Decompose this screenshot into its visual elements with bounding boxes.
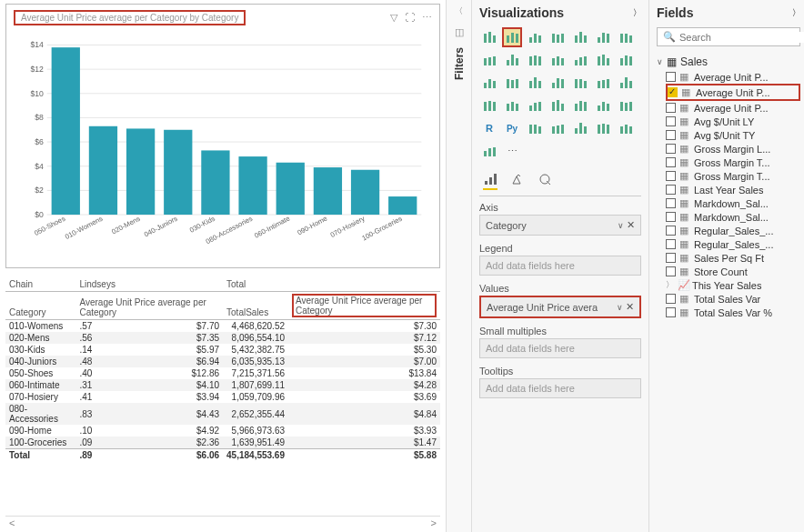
field-item[interactable]: ▦Average Unit P... [666, 70, 800, 84]
field-item[interactable]: 〉📈This Year Sales [666, 278, 800, 292]
viz-app-icon[interactable] [479, 141, 499, 161]
viz-treemap-icon[interactable] [570, 73, 590, 93]
table-row[interactable]: 080-Accessories.83$4.432,652,355.44$4.84 [5, 403, 440, 425]
viz-scatter-icon[interactable] [502, 73, 522, 93]
scroll-left-icon[interactable]: < [9, 517, 15, 528]
viz-stacked-area-icon[interactable] [525, 50, 545, 70]
col-b[interactable]: TotalSales [223, 292, 288, 320]
field-checkbox[interactable] [666, 144, 676, 154]
bar-020-Mens[interactable] [126, 128, 155, 215]
field-item[interactable]: ▦Store Count [666, 265, 800, 278]
table-row[interactable]: 030-Kids.14$5.975,432,382.75$5.30 [5, 344, 440, 356]
expand-filters-icon[interactable]: 〈 [455, 5, 463, 17]
field-item[interactable]: ▦Regular_Sales_... [666, 237, 800, 251]
field-checkbox[interactable] [666, 185, 676, 195]
table-row[interactable]: 070-Hosiery.41$3.941,059,709.96$3.69 [5, 391, 440, 403]
viz-ribbon-icon[interactable] [593, 50, 613, 70]
col-c[interactable]: Average Unit Price average per Category [288, 292, 440, 320]
viz-bar-h-icon[interactable] [570, 27, 590, 47]
search-input[interactable] [679, 32, 804, 43]
axis-well[interactable]: Category∨ ✕ [479, 215, 641, 236]
viz-key-influencer-icon[interactable] [525, 118, 545, 138]
viz-filled-map-icon[interactable] [616, 73, 636, 93]
viz-py-visual-icon[interactable]: Py [502, 118, 522, 138]
small-multiples-well[interactable]: Add data fields here [479, 338, 641, 358]
col-a[interactable]: Average Unit Price average per Category [75, 292, 223, 320]
tooltips-well[interactable]: Add data fields here [479, 378, 641, 398]
analytics-tab[interactable] [538, 172, 552, 190]
bar-060-Intimate[interactable] [276, 163, 305, 215]
table-node-sales[interactable]: ∨ ▦ Sales [657, 54, 800, 70]
viz-qa-icon[interactable] [570, 118, 590, 138]
horizontal-scrollbar[interactable]: < > [5, 516, 440, 528]
viz-slicer-icon[interactable] [570, 95, 590, 115]
bookmark-icon[interactable]: ◫ [455, 26, 464, 38]
field-item[interactable]: ▦Total Sales Var [666, 292, 800, 306]
field-checkbox[interactable] [666, 294, 676, 304]
table-row[interactable]: 040-Juniors.48$6.946,035,935.13$7.00 [5, 356, 440, 367]
field-item[interactable]: ▦Gross Margin T... [666, 156, 800, 169]
filters-panel-collapsed[interactable]: 〈 ◫ Filters [446, 0, 471, 532]
viz-pie-icon[interactable] [525, 73, 545, 93]
field-checkbox[interactable] [666, 171, 676, 181]
field-item[interactable]: ▦Total Sales Var % [666, 306, 800, 319]
field-item[interactable]: ▦Markdown_Sal... [666, 196, 800, 210]
viz-stacked-bar-icon[interactable] [479, 27, 499, 47]
field-checkbox[interactable] [666, 239, 676, 249]
viz-table-icon[interactable] [593, 95, 613, 115]
viz-decomp-icon[interactable] [548, 118, 568, 138]
viz-paginated-icon[interactable] [616, 118, 636, 138]
viz-clustered-column-icon[interactable] [502, 27, 522, 47]
viz-more-icon[interactable]: ⋯ [502, 141, 522, 161]
field-item[interactable]: ▦Average Unit P... [666, 101, 800, 115]
field-checkbox[interactable] [666, 198, 676, 208]
field-checkbox[interactable] [666, 253, 676, 263]
table-row[interactable]: 010-Womens.57$7.704,468,620.52$7.30 [5, 320, 440, 333]
bar-040-Juniors[interactable] [164, 130, 192, 215]
chart-visual[interactable]: Average Unit Price average per Category … [5, 4, 440, 268]
viz-combo2-icon[interactable] [570, 50, 590, 70]
viz-gauge-icon[interactable] [479, 95, 499, 115]
field-checkbox[interactable] [666, 266, 676, 276]
viz-card-icon[interactable] [502, 95, 522, 115]
field-checkbox[interactable] [666, 212, 676, 222]
bar-010-Womens[interactable] [89, 126, 117, 215]
viz-100-stacked-icon[interactable] [548, 27, 568, 47]
table-row[interactable]: 100-Groceries.09$2.361,639,951.49$1.47 [5, 437, 440, 449]
field-item[interactable]: ▦Gross Margin T... [666, 169, 800, 183]
field-item[interactable]: ▦Last Year Sales [666, 183, 800, 196]
viz-donut-icon[interactable] [548, 73, 568, 93]
bar-100-Groceries[interactable] [388, 196, 417, 215]
field-checkbox[interactable] [666, 72, 676, 82]
col-category[interactable]: Category [5, 292, 75, 320]
field-checkbox[interactable] [666, 130, 676, 140]
field-item[interactable]: ▦Sales Per Sq Ft [666, 251, 800, 265]
legend-well[interactable]: Add data fields here [479, 256, 641, 276]
filter-icon[interactable]: ▽ [390, 12, 397, 24]
field-item[interactable]: ▦Avg $/Unit TY [666, 128, 800, 142]
viz-stacked-column-icon[interactable] [525, 27, 545, 47]
viz-kpi-icon[interactable] [548, 95, 568, 115]
field-checkbox[interactable] [666, 226, 676, 236]
more-icon[interactable]: ⋯ [422, 12, 432, 24]
field-item[interactable]: ▦Gross Margin L... [666, 142, 800, 156]
bar-070-Hosiery[interactable] [351, 170, 379, 215]
chevron-right-icon[interactable]: 〉 [666, 279, 674, 291]
bar-030-Kids[interactable] [201, 150, 229, 215]
table-row[interactable]: 060-Intimate.31$4.101,807,699.11$4.28 [5, 379, 440, 391]
field-checkbox[interactable] [668, 87, 678, 97]
viz-100-bar-h-icon[interactable] [616, 27, 636, 47]
table-row[interactable]: 050-Shoes.40$12.867,215,371.56$13.84 [5, 367, 440, 379]
viz-line-icon[interactable] [479, 50, 499, 70]
table-row[interactable]: 090-Home.10$4.925,966,973.63$3.93 [5, 425, 440, 437]
viz-narrative-icon[interactable] [593, 118, 613, 138]
bar-090-Home[interactable] [314, 167, 342, 215]
viz-area-icon[interactable] [502, 50, 522, 70]
viz-map-icon[interactable] [593, 73, 613, 93]
viz-matrix-icon[interactable] [616, 95, 636, 115]
scroll-right-icon[interactable]: > [431, 517, 437, 528]
bar-080-Accessories[interactable] [238, 156, 266, 215]
viz-funnel-icon[interactable] [479, 73, 499, 93]
field-checkbox[interactable] [666, 157, 676, 167]
collapse-viz-icon[interactable]: 〉 [633, 7, 641, 19]
